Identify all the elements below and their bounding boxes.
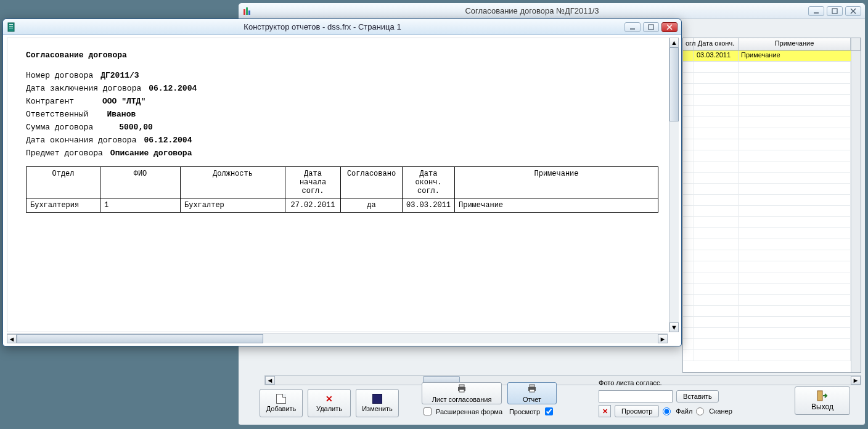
grid-vscrollbar[interactable] <box>851 51 861 372</box>
grid-row-selected[interactable]: 03.03.2011 Примечание <box>683 51 861 62</box>
photo-path-input[interactable] <box>599 390 673 402</box>
report-button[interactable]: Отчет <box>507 382 557 404</box>
edit-button[interactable]: Изменить <box>356 389 399 417</box>
preview-checkbox[interactable] <box>545 407 553 415</box>
table-row: Бухгалтерия 1 Бухгалтер 27.02.2011 да 03… <box>27 198 658 213</box>
contract-date-value: 06.12.2004 <box>149 84 197 93</box>
approval-list-button[interactable]: Лист согласования <box>422 382 502 404</box>
amount-label: Сумма договора <box>26 123 93 132</box>
new-document-icon <box>276 394 286 404</box>
vscroll-down-arrow-icon[interactable]: ▼ <box>669 322 679 332</box>
edit-button-label: Изменить <box>362 405 393 412</box>
report-page: Согласование договора Номер договора ДГ2… <box>7 38 677 225</box>
grid-cell-note: Примечание <box>739 51 861 62</box>
svg-rect-12 <box>530 390 534 392</box>
report-designer-window: Конструктор отчетов - dss.frx - Страница… <box>2 18 682 346</box>
source-scanner-label: Сканер <box>709 407 732 415</box>
photo-label: Фото листа согласс. <box>599 379 732 386</box>
svg-rect-11 <box>530 385 534 387</box>
maximize-button[interactable] <box>827 6 843 16</box>
printer-icon <box>457 383 467 394</box>
end-date-value: 06.12.2004 <box>144 136 192 145</box>
minimize-button[interactable] <box>808 6 824 16</box>
source-file-radio[interactable] <box>663 407 671 415</box>
report-vscrollbar[interactable]: ▲ ▼ <box>669 38 679 332</box>
svg-rect-1 <box>246 7 248 15</box>
responsible-value: Иванов <box>107 110 136 119</box>
delete-x-icon: ✕ <box>324 394 334 404</box>
approval-right-grid: огл Дата оконч. Примечание 03.03.2011 Пр… <box>682 38 861 373</box>
grid-col-end-date[interactable]: Дата оконч. <box>694 38 739 50</box>
ext-form-checkbox[interactable] <box>424 407 432 415</box>
report-button-label: Отчет <box>523 396 541 403</box>
bottom-toolbar: Добавить ✕ Удалить Изменить Лист согласо… <box>260 379 861 417</box>
exit-door-icon <box>817 390 828 401</box>
svg-rect-0 <box>244 9 245 15</box>
td-fio: 1 <box>100 198 181 213</box>
td-position: Бухгалтер <box>181 198 285 213</box>
report-viewport[interactable]: Согласование договора Номер договора ДГ2… <box>7 38 678 332</box>
svg-rect-2 <box>248 10 250 15</box>
grid-cell-end-date: 03.03.2011 <box>694 51 739 62</box>
svg-rect-13 <box>817 391 822 401</box>
source-scanner-radio[interactable] <box>696 407 704 415</box>
approval-list-button-label: Лист согласования <box>432 396 492 403</box>
grid-col-note[interactable]: Примечание <box>739 38 851 50</box>
th-position: Должность <box>181 167 285 198</box>
delete-button[interactable]: ✕ Удалить <box>308 389 351 417</box>
hscroll-right-arrow-icon[interactable]: ► <box>658 334 668 343</box>
exit-button[interactable]: Выход <box>795 386 850 415</box>
report-close-button[interactable] <box>661 22 678 32</box>
close-button[interactable] <box>845 6 861 16</box>
table-header-row: Отдел ФИО Должность Дата начала согл. Со… <box>27 167 658 198</box>
report-hscrollbar[interactable]: ◄ ► <box>7 333 668 343</box>
svg-rect-8 <box>459 385 464 387</box>
report-heading: Согласование договора <box>26 51 658 60</box>
td-dept: Бухгалтерия <box>27 198 100 213</box>
approval-titlebar[interactable]: Согласование договора №ДГ2011/3 <box>239 3 865 19</box>
approval-table: Отдел ФИО Должность Дата начала согл. Со… <box>26 166 658 213</box>
insert-button[interactable]: Вставить <box>676 390 719 402</box>
contract-number-value: ДГ2011/3 <box>100 71 139 80</box>
th-note: Примечание <box>455 167 658 198</box>
report-titlebar[interactable]: Конструктор отчетов - dss.frx - Страница… <box>3 19 681 35</box>
th-approved: Согласовано <box>341 167 403 198</box>
td-start: 27.02.2011 <box>285 198 341 213</box>
svg-rect-16 <box>9 26 13 27</box>
svg-rect-15 <box>9 24 13 25</box>
source-file-label: Файл <box>676 407 692 415</box>
subject-value: Описание договора <box>110 149 192 158</box>
counterparty-label: Контрагент <box>26 97 74 106</box>
th-dept: Отдел <box>27 167 100 198</box>
exit-button-label: Выход <box>811 402 833 411</box>
vscroll-top-arrow-icon[interactable] <box>851 38 861 50</box>
hscroll-thumb[interactable] <box>17 334 263 343</box>
report-maximize-button[interactable] <box>643 22 659 32</box>
th-end: Дата оконч. согл. <box>403 167 455 198</box>
contract-date-label: Дата заключения договора <box>26 84 141 93</box>
subject-label: Предмет договора <box>26 149 103 158</box>
td-approved: да <box>341 198 403 213</box>
clear-photo-button[interactable]: ✕ <box>599 405 611 417</box>
th-start: Дата начала согл. <box>285 167 341 198</box>
app-icon <box>242 6 252 16</box>
report-minimize-button[interactable] <box>624 22 641 32</box>
end-date-label: Дата окончания договора <box>26 136 136 145</box>
amount-value: 5000,00 <box>119 123 153 132</box>
add-button[interactable]: Добавить <box>260 389 303 417</box>
grid-col-ogl[interactable]: огл <box>683 38 694 50</box>
counterparty-value: ООО "ЛТД" <box>102 97 145 106</box>
responsible-label: Ответственный <box>26 110 88 119</box>
hscroll-left-arrow-icon[interactable]: ◄ <box>7 334 17 343</box>
preview-photo-button[interactable]: Просмотр <box>615 405 659 417</box>
document-icon <box>7 22 17 32</box>
printer-icon <box>527 383 537 394</box>
vscroll-up-arrow-icon[interactable]: ▲ <box>669 38 679 47</box>
report-window-title: Конструктор отчетов - dss.frx - Страница… <box>20 22 624 31</box>
svg-rect-17 <box>9 28 13 28</box>
svg-rect-4 <box>832 9 837 14</box>
delete-button-label: Удалить <box>316 405 342 412</box>
contract-number-label: Номер договора <box>26 71 93 80</box>
vscroll-thumb[interactable] <box>669 47 679 121</box>
td-end: 03.03.2011 <box>403 198 455 213</box>
